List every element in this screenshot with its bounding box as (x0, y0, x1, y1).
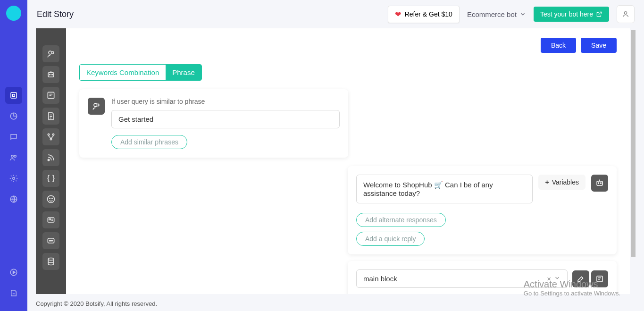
svg-point-5 (13, 177, 15, 180)
svg-point-19 (50, 198, 50, 199)
svg-point-3 (11, 155, 14, 158)
svg-point-15 (52, 134, 54, 135)
svg-point-11 (50, 74, 50, 75)
add-similar-phrases-button[interactable]: Add similar phrases (111, 135, 187, 149)
svg-point-9 (49, 51, 52, 54)
tool-card-icon[interactable] (42, 211, 59, 228)
nav-settings[interactable] (5, 170, 22, 187)
canvas: Back Save Keywords Combination Phrase If… (66, 28, 630, 294)
svg-point-20 (52, 198, 53, 199)
plus-icon: + (545, 178, 549, 186)
edit-block-button[interactable] (572, 270, 589, 287)
scroll-thumb[interactable] (631, 30, 636, 257)
svg-rect-1 (13, 94, 15, 97)
tab-phrase[interactable]: Phrase (166, 65, 201, 80)
tool-rss-icon[interactable] (42, 149, 59, 166)
save-button[interactable]: Save (581, 38, 617, 53)
chevron-down-icon[interactable] (554, 275, 560, 281)
block-select[interactable]: main block × (356, 269, 568, 288)
variables-label: Variables (552, 178, 579, 186)
user-icon (622, 10, 629, 18)
nav-chat[interactable] (5, 128, 22, 145)
page-header: Edit Story ❤ Refer & Get $10 Ecommerce b… (27, 0, 644, 28)
svg-point-14 (48, 134, 49, 135)
nav-docs[interactable] (5, 285, 22, 302)
nav-bot-builder[interactable] (5, 87, 22, 104)
refer-label: Refer & Get $10 (405, 10, 452, 18)
tool-json-icon[interactable] (42, 170, 59, 187)
block-settings-button[interactable] (591, 270, 608, 287)
tool-emoji-icon[interactable] (42, 191, 59, 208)
nav-globe[interactable] (5, 191, 22, 208)
svg-point-26 (52, 240, 53, 241)
bot-response-text[interactable]: Welcome to ShopHub 🛒 Can I be of any ass… (356, 175, 533, 203)
add-alternate-responses-button[interactable]: Add alternate responses (356, 213, 446, 227)
svg-rect-0 (11, 92, 17, 98)
bot-selector[interactable]: Ecommerce bot (467, 10, 526, 18)
tool-user-says-icon[interactable] (42, 45, 59, 62)
page-title: Edit Story (37, 9, 74, 19)
trigger-tabs: Keywords Combination Phrase (79, 64, 202, 81)
svg-point-8 (624, 12, 627, 14)
tool-form-icon[interactable] (42, 87, 59, 104)
svg-point-24 (50, 240, 50, 241)
tool-bot-icon[interactable] (42, 66, 59, 83)
user-menu-button[interactable] (617, 5, 635, 23)
phrase-input[interactable] (111, 110, 340, 128)
test-bot-button[interactable]: Test your bot here (534, 7, 609, 22)
external-link-icon (596, 11, 602, 17)
tool-database-icon[interactable] (42, 253, 59, 270)
nav-users[interactable] (5, 149, 22, 166)
svg-point-27 (48, 258, 54, 261)
block-card: main block × (348, 261, 617, 294)
svg-point-31 (601, 183, 602, 184)
logo[interactable] (6, 6, 21, 21)
bot-name: Ecommerce bot (467, 10, 517, 18)
app-left-rail (0, 0, 27, 311)
nav-analytics[interactable] (5, 108, 22, 125)
bot-avatar-icon (591, 175, 608, 192)
refer-button[interactable]: ❤ Refer & Get $10 (388, 6, 460, 23)
svg-point-18 (48, 196, 55, 203)
bot-response-card: Welcome to ShopHub 🛒 Can I be of any ass… (348, 166, 617, 254)
user-says-card: If user query is similar to phrase Add s… (79, 89, 348, 158)
svg-point-4 (14, 155, 17, 158)
svg-point-25 (50, 240, 51, 241)
nav-video[interactable] (5, 264, 22, 281)
svg-point-12 (52, 74, 53, 75)
svg-point-30 (598, 183, 599, 184)
tool-branch-icon[interactable] (42, 128, 59, 145)
tool-rail (36, 28, 66, 294)
block-select-value: main block (363, 275, 397, 283)
tool-document-icon[interactable] (42, 108, 59, 125)
test-label: Test your bot here (540, 10, 593, 18)
svg-point-28 (94, 103, 97, 107)
variables-button[interactable]: + Variables (538, 175, 585, 190)
user-avatar-icon (88, 98, 105, 115)
back-button[interactable]: Back (541, 38, 576, 53)
footer-copyright: Copyright © 2020 Botsify, All rights res… (36, 300, 157, 307)
chevron-down-icon (519, 11, 526, 17)
scrollbar[interactable] (630, 28, 636, 311)
tab-keywords[interactable]: Keywords Combination (80, 65, 166, 80)
svg-rect-22 (49, 219, 50, 220)
user-says-label: If user query is similar to phrase (111, 98, 340, 105)
heart-icon: ❤ (395, 10, 401, 19)
add-quick-reply-button[interactable]: Add a quick reply (356, 232, 425, 246)
content-area: Back Save Keywords Combination Phrase If… (36, 28, 630, 294)
svg-point-17 (48, 159, 49, 160)
clear-icon[interactable]: × (547, 275, 551, 283)
tool-typing-icon[interactable] (42, 232, 59, 249)
